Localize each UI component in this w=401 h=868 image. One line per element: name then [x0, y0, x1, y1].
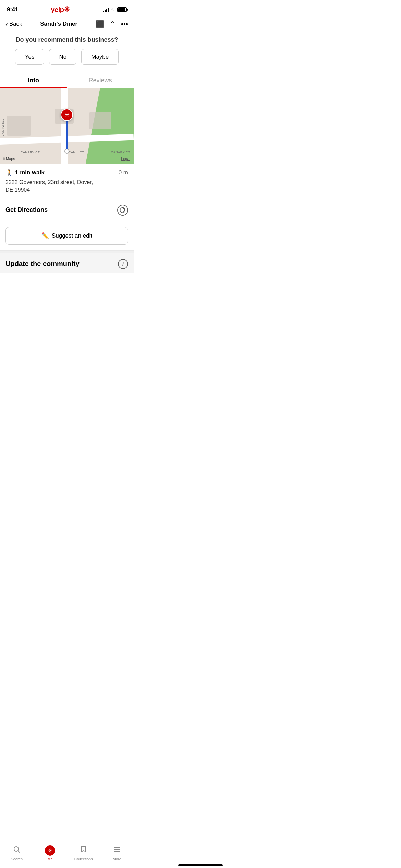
battery-icon — [117, 7, 127, 12]
yes-button[interactable]: Yes — [15, 49, 45, 65]
status-time: 9:41 — [7, 6, 18, 13]
maps-watermark:  Maps — [3, 157, 15, 161]
recommend-section: Do you recommend this business? Yes No M… — [0, 32, 134, 72]
no-button[interactable]: No — [49, 49, 76, 65]
recommend-question: Do you recommend this business? — [5, 36, 128, 44]
suggest-edit-button[interactable]: ✏️ Suggest an edit — [5, 227, 128, 245]
yelp-logo: yelp ✳ — [51, 5, 70, 14]
tab-info[interactable]: Info — [0, 72, 67, 88]
address-section: 🚶 1 min walk 0 m 2222 Governors, 23rd st… — [0, 164, 134, 199]
pin-bottom — [64, 149, 69, 154]
nav-bar: ‹ Back Sarah's Diner ⬛ ⇧ ••• — [0, 17, 134, 32]
pin-star-icon: ✳ — [64, 111, 70, 119]
street-label-cantwell: CANTWELL — [1, 118, 4, 136]
directions-icon — [117, 205, 128, 216]
wifi-icon: ∿ — [111, 7, 115, 12]
get-directions-row[interactable]: Get Directions — [0, 199, 134, 221]
legal-link[interactable]: Legal — [121, 157, 130, 161]
street-label-canary-1: CANARY CT — [21, 150, 40, 154]
walk-distance: 0 m — [119, 169, 128, 176]
walk-time: 1 min walk — [15, 169, 45, 176]
share-icon[interactable]: ⇧ — [110, 20, 116, 28]
map-background: CANTWELL CANARY CT CAN... CT CANARY CT ✳… — [0, 88, 134, 164]
directions-label: Get Directions — [5, 206, 48, 214]
map-container[interactable]: CANTWELL CANARY CT CAN... CT CANARY CT ✳… — [0, 88, 134, 164]
apple-icon:  — [3, 157, 5, 161]
address-line1: 2222 Governors, 23rd street, Dover, DE 1… — [5, 179, 128, 194]
tab-reviews[interactable]: Reviews — [67, 72, 134, 88]
nav-actions: ⬛ ⇧ ••• — [96, 20, 128, 28]
pencil-icon: ✏️ — [41, 232, 49, 240]
tabs: Info Reviews — [0, 72, 134, 88]
back-chevron-icon: ‹ — [5, 20, 8, 28]
page-title: Sarah's Diner — [40, 21, 77, 27]
signal-icon — [103, 7, 109, 12]
pin-line — [66, 120, 68, 151]
map-pin: ✳ — [61, 109, 73, 154]
back-button[interactable]: ‹ Back — [5, 20, 22, 28]
street-label-canary-3: CANARY CT — [111, 150, 130, 154]
walk-info: 🚶 1 min walk 0 m — [5, 169, 128, 177]
status-icons: ∿ — [103, 7, 127, 12]
maybe-button[interactable]: Maybe — [81, 49, 119, 65]
recommend-buttons: Yes No Maybe — [5, 49, 128, 65]
suggest-label: Suggest an edit — [52, 232, 92, 239]
walk-icon: 🚶 — [5, 169, 13, 177]
update-title: Update the community — [5, 260, 80, 268]
building-1 — [7, 116, 31, 136]
walk-left: 🚶 1 min walk — [5, 169, 45, 177]
update-section: Update the community i — [0, 253, 134, 273]
section-separator — [0, 251, 134, 253]
info-circle-icon[interactable]: i — [118, 259, 128, 269]
pin-circle: ✳ — [61, 109, 73, 121]
bookmark-icon[interactable]: ⬛ — [96, 20, 104, 28]
building-3 — [89, 112, 111, 129]
status-bar: 9:41 yelp ✳ ∿ — [0, 0, 134, 17]
suggest-section: ✏️ Suggest an edit — [0, 221, 134, 251]
more-icon[interactable]: ••• — [121, 20, 128, 28]
back-label: Back — [9, 21, 22, 27]
